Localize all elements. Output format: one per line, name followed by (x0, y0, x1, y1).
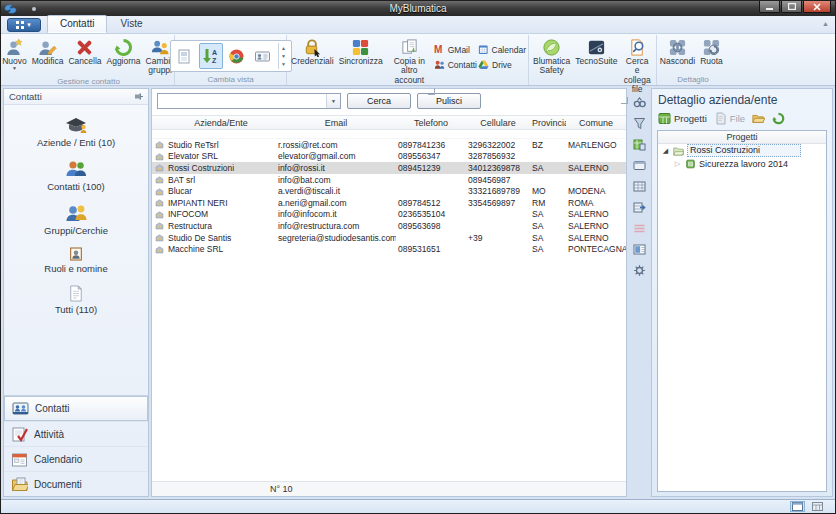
table-footer: N° 10 (152, 481, 626, 496)
quick-access-toolbar[interactable] (32, 7, 36, 11)
cell-cellulare: 089456987 (466, 175, 530, 185)
sort-az-view-button[interactable]: AZ (199, 43, 223, 69)
progetti-button[interactable]: Progetti (658, 112, 707, 125)
card-view-icon[interactable] (632, 159, 646, 172)
settings-icon[interactable] (632, 264, 646, 277)
cell-provincia: RM (530, 198, 566, 208)
nav-item-attivita[interactable]: Attività (4, 421, 148, 446)
cell-provincia: BZ (530, 140, 566, 150)
column-telefono[interactable]: Telefono (396, 118, 466, 128)
drive-button[interactable]: Drive (478, 59, 526, 70)
maximize-button[interactable] (781, 1, 802, 13)
globe-view-button[interactable] (225, 43, 249, 69)
cell-telefono: 089531651 (396, 244, 466, 254)
pulisci-button[interactable]: Pulisci (417, 93, 481, 109)
column-azienda-ente[interactable]: Azienda/Ente (166, 118, 276, 128)
find-icon[interactable] (632, 96, 646, 109)
table-view-icon[interactable] (632, 180, 646, 193)
sidebar-item-gruppi-cerchie[interactable]: Gruppi/Cerchie (44, 202, 108, 236)
refresh-icon (114, 37, 133, 57)
sidebar-item-contatti[interactable]: Contatti (100) (47, 158, 105, 192)
modifica-button[interactable]: Modifica (30, 36, 66, 67)
title-bar[interactable]: MyBlumatica (1, 1, 835, 16)
contact-card-view-button[interactable] (251, 43, 275, 69)
nuovo-button[interactable]: Nuovo ▼ (0, 36, 29, 72)
sidebar-item-tutti[interactable]: Tutti (110) (55, 284, 97, 315)
column-cellulare[interactable]: Cellulare (466, 118, 530, 128)
window-title: MyBlumatica (389, 3, 446, 14)
app-menu-button[interactable]: ▼ (7, 18, 41, 32)
card-view-button[interactable] (173, 43, 197, 69)
table-row[interactable]: Studio ReTsrlr.rossi@ret.com089784123632… (152, 139, 626, 151)
blumatica-safety-button[interactable]: Blumatica Safety (531, 36, 572, 77)
nascondi-button[interactable]: Nascondi (660, 36, 696, 67)
gallery-dropdown-icon[interactable]: ▼ (281, 61, 286, 67)
ruota-button[interactable]: Ruota (697, 36, 727, 67)
cancella-button[interactable]: Cancella (66, 36, 103, 67)
ribbon-group-google: Credenziali Sincronizza Copia in altro a… (287, 35, 529, 85)
table-row[interactable]: Elevator SRLelevator@gmail.com0895563473… (152, 151, 626, 163)
cell-comune: MODENA (566, 186, 626, 196)
tab-viste[interactable]: Viste (107, 15, 155, 33)
tecnosuite-button[interactable]: TecnoSuite (573, 36, 619, 67)
search-combobox[interactable]: ▼ (157, 93, 341, 109)
column-provincia[interactable]: Provincia (530, 118, 566, 128)
gmail-button[interactable]: MGMail (434, 44, 477, 55)
collapse-expander-icon[interactable]: ◢ (661, 147, 670, 155)
row-lines-icon[interactable] (632, 222, 646, 235)
minimize-button[interactable] (759, 1, 780, 13)
copia-altro-account-button[interactable]: Copia in altro account (386, 36, 433, 86)
pin-icon[interactable] (134, 92, 143, 101)
aggiorna-button[interactable]: Aggiorna (105, 36, 143, 67)
cerca-button[interactable]: Cerca (347, 93, 411, 109)
ribbon-group-dettaglio: Nascondi Ruota Dettaglio (657, 35, 729, 85)
copy-pages-icon (400, 37, 419, 57)
filter-icon[interactable] (632, 117, 646, 130)
tree-column-header[interactable]: Progetti (658, 131, 826, 144)
table-row[interactable]: Macchine SRL089531651SAPONTECAGNANO F... (152, 243, 626, 255)
combo-dropdown-icon[interactable]: ▼ (326, 94, 340, 108)
layout-grid-icon[interactable] (632, 138, 646, 151)
expand-expander-icon[interactable]: ▷ (673, 160, 682, 168)
sincronizza-button[interactable]: Sincronizza (337, 36, 385, 67)
nav-item-contatti[interactable]: Contatti (4, 396, 148, 421)
gallery-down-icon[interactable]: ▼ (281, 53, 286, 59)
export-table-icon[interactable] (632, 201, 646, 214)
cell-email: segreteria@studiodesantis.com (276, 233, 396, 243)
file-button[interactable]: File (714, 112, 745, 125)
blumatica-safety-icon (542, 37, 561, 57)
preview-card-icon[interactable] (632, 243, 646, 256)
table-row[interactable]: Rossi Costruzioniinfo@rossi.it0894512393… (152, 162, 626, 174)
open-folder-button[interactable] (752, 112, 765, 125)
column-comune[interactable]: Comune (566, 118, 626, 128)
close-button[interactable] (803, 1, 831, 13)
card-view-icon[interactable] (810, 501, 825, 512)
ribbon-collapse-icon[interactable]: ▲ (822, 20, 829, 27)
nav-item-calendario[interactable]: Calendario (4, 446, 148, 471)
sidebar-item-ruoli-nomine[interactable]: Ruoli e nomine (44, 246, 107, 274)
calendar-button[interactable]: Calendar (478, 44, 526, 55)
tab-contatti[interactable]: Contatti (47, 15, 107, 33)
search-input[interactable] (158, 94, 326, 108)
google-contacts-button[interactable]: Contatti (434, 59, 477, 70)
search-row: ▼ Cerca Pulisci (152, 89, 626, 115)
tree-node-root[interactable]: ◢ Rossi Costruzioni (658, 144, 826, 157)
grid-view-icon[interactable] (790, 501, 805, 512)
refresh-projects-button[interactable] (772, 112, 785, 125)
cell-azienda: Macchine SRL (166, 244, 276, 254)
tree-node-child[interactable]: ▷ Sicurezza lavoro 2014 (658, 157, 826, 170)
column-email[interactable]: Email (276, 118, 396, 128)
table-header[interactable]: Azienda/Ente Email Telefono Cellulare Pr… (152, 115, 626, 130)
sidebar-item-aziende-enti[interactable]: Aziende / Enti (10) (37, 114, 115, 148)
credenziali-button[interactable]: Credenziali (289, 36, 336, 67)
table-row[interactable]: Blucara.verdi@tiscali.it33321689789MOMOD… (152, 185, 626, 197)
table-row[interactable]: IMPIANTI NERIa.neri@gmail.com08978451233… (152, 197, 626, 209)
table-row[interactable]: BAT srlinfo@bat.com089456987 (152, 174, 626, 186)
table-row[interactable]: INFOCOMinfo@infocom.it0236535104SASALERN… (152, 209, 626, 221)
dialog-launcher-icon[interactable] (428, 88, 435, 95)
nav-item-documenti[interactable]: Documenti (4, 471, 148, 496)
table-row[interactable]: Studio De Santissegreteria@studiodesanti… (152, 232, 626, 244)
dialog-launcher-icon[interactable] (621, 97, 628, 104)
gallery-up-icon[interactable]: ▲ (281, 45, 286, 51)
table-row[interactable]: Restructurainfo@restructura.com089563698… (152, 220, 626, 232)
